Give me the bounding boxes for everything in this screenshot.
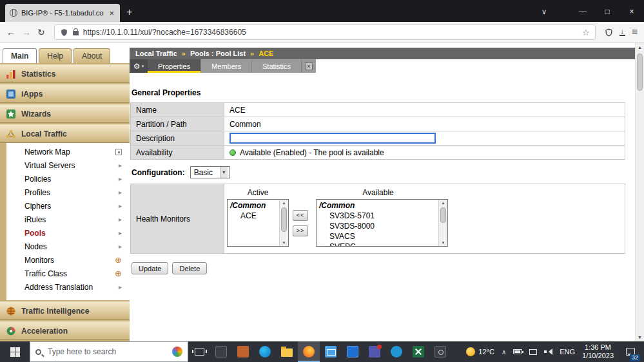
taskbar-app-store[interactable] [232,341,254,362]
sidebar-section-traffic-intelligence[interactable]: Traffic Intelligence [0,301,130,320]
battery-icon[interactable] [513,349,522,354]
sidebar-item-profiles[interactable]: Profiles ▸ [6,186,130,199]
scroll-up-icon[interactable]: ▲ [638,45,642,50]
tab-about[interactable]: About [73,48,110,63]
tab-properties[interactable]: Properties [148,59,201,73]
bookmark-star-icon[interactable]: ☆ [582,28,590,37]
sidebar-item-monitors[interactable]: Monitors ⊕ [6,253,130,267]
plus-circle-icon[interactable]: ⊕ [115,256,122,264]
sidebar-item-virtual-servers[interactable]: Virtual Servers ▸ [6,158,130,172]
description-input[interactable] [229,133,436,144]
menu-icon[interactable]: ≡ [632,26,638,38]
scroll-down-icon[interactable]: ▼ [442,241,445,245]
sidebar-item-irules[interactable]: iRules ▸ [6,213,130,226]
forward-button[interactable]: → [22,27,31,37]
listbox-item[interactable]: SVEPG [317,242,438,246]
tab-main[interactable]: Main [3,48,37,63]
sidebar-section-iapps[interactable]: iApps [0,84,130,103]
scroll-down-icon[interactable]: ▼ [638,335,642,339]
sidebar-item-network-map[interactable]: Network Map [6,145,130,158]
search-highlights-icon[interactable] [172,347,182,357]
tab-statistics[interactable]: Statistics [252,59,302,73]
update-button[interactable]: Update [132,262,168,274]
move-to-active-button[interactable]: << [293,210,308,221]
tray-expand-chevron-icon[interactable]: ∧ [502,348,506,356]
new-tab-button[interactable]: + [126,6,132,18]
move-to-available-button[interactable]: >> [293,225,308,236]
breadcrumb-local-traffic[interactable]: Local Traffic [135,50,177,57]
taskbar-app-edge[interactable] [254,341,276,362]
tab-list-chevron-icon[interactable]: ∨ [532,8,556,16]
sidebar-item-address-translation[interactable]: Address Translation ▸ [6,280,130,294]
sidebar-section-statistics[interactable]: Statistics [0,64,130,83]
sidebar-item-ciphers[interactable]: Ciphers ▸ [6,199,130,213]
delete-button[interactable]: Delete [172,262,207,274]
active-monitors-listbox[interactable]: /Common ACE ▲ ▼ [227,199,289,247]
taskbar-app-photos[interactable] [342,341,364,362]
window-maximize-button[interactable]: □ [595,7,620,16]
tracking-protection-shield-icon[interactable] [60,28,68,37]
plus-circle-icon[interactable]: ⊕ [115,269,122,278]
window-minimize-button[interactable]: — [571,7,595,16]
tab-options-button[interactable]: ⚙ ▾ [130,59,148,73]
search-input[interactable] [46,347,167,357]
reload-button[interactable]: ↻ [37,27,45,37]
scroll-up-icon[interactable]: ▲ [282,201,286,205]
taskbar-app-file-explorer[interactable] [276,341,298,362]
sidebar-item-policies[interactable]: Policies ▸ [6,172,130,186]
taskbar-app-firefox[interactable] [298,341,320,362]
tab-members[interactable]: Members [201,59,252,73]
listbox-item[interactable]: SVACS [317,231,438,242]
general-properties-table: Name ACE Partition / Path Common Descrip… [130,102,625,160]
task-view-button[interactable] [188,341,210,362]
taskbar-app-terminal[interactable] [210,341,232,362]
scrollbar-thumb[interactable] [440,207,446,223]
downloads-icon[interactable]: ↓ [620,28,625,36]
scrollbar-thumb[interactable] [637,53,643,91]
weather-widget[interactable]: 12°C [466,347,494,356]
taskbar-app-excel[interactable] [407,341,429,362]
volume-icon[interactable] [544,348,552,356]
sun-icon [466,347,475,356]
tabstrip-close-button[interactable]: × [302,59,316,73]
configuration-select[interactable]: Basic ▼ [190,166,230,178]
tab-help[interactable]: Help [39,48,72,63]
back-button[interactable]: ← [6,27,15,37]
url-bar[interactable]: https://10.1.0.11/xui/?nocache=167334683… [54,24,596,40]
tab-close-icon[interactable]: × [108,8,115,18]
url-text[interactable]: https://10.1.0.11/xui/?nocache=167334683… [83,28,578,37]
sidebar-section-acceleration[interactable]: Acceleration [0,321,130,340]
taskbar-search[interactable] [30,341,188,362]
taskbar-app-mail[interactable] [320,341,342,362]
language-indicator[interactable]: ENG [560,348,575,356]
listbox-item[interactable]: ACE [228,211,279,221]
taskbar-app-camera[interactable] [429,341,451,362]
browser-tab[interactable]: BIG-IP® - F5-1.tabadul.com (10 × [5,4,120,22]
listbox-scrollbar[interactable]: ▲ ▼ [279,200,288,246]
action-center-button[interactable]: 32 [621,341,640,362]
available-monitors-listbox[interactable]: /Common SV3DS-5701 SV3DS-8000 SVACS SVEP… [316,199,448,247]
sidebar-item-traffic-class[interactable]: Traffic Class ⊕ [6,267,130,280]
page-scrollbar[interactable]: ▲ ▼ [635,43,644,341]
sidebar-item-nodes[interactable]: Nodes ▸ [6,240,130,253]
scroll-down-icon[interactable]: ▼ [282,241,286,245]
lock-icon[interactable] [73,31,79,35]
breadcrumb-pool-list[interactable]: Pools : Pool List [190,50,246,57]
taskbar-app-skype[interactable] [385,341,407,362]
network-icon[interactable] [529,349,537,355]
privacy-shield-icon[interactable] [605,28,613,37]
breadcrumb-separator: » [182,50,186,57]
sidebar-section-wizards[interactable]: Wizards [0,104,130,123]
taskbar-app-teams[interactable] [364,341,385,362]
sidebar-section-local-traffic[interactable]: Local Traffic [0,124,130,143]
listbox-item[interactable]: SV3DS-5701 [317,211,438,221]
clock[interactable]: 1:36 PM 1/10/2023 [582,343,614,360]
table-row: Description [131,131,625,146]
scrollbar-thumb[interactable] [281,207,287,232]
listbox-item[interactable]: SV3DS-8000 [317,221,438,231]
start-button[interactable] [0,341,30,362]
listbox-scrollbar[interactable]: ▲ ▼ [438,200,447,246]
window-close-button[interactable]: × [620,7,644,16]
scroll-up-icon[interactable]: ▲ [442,201,445,205]
sidebar-item-pools[interactable]: Pools ▸ [6,226,130,240]
